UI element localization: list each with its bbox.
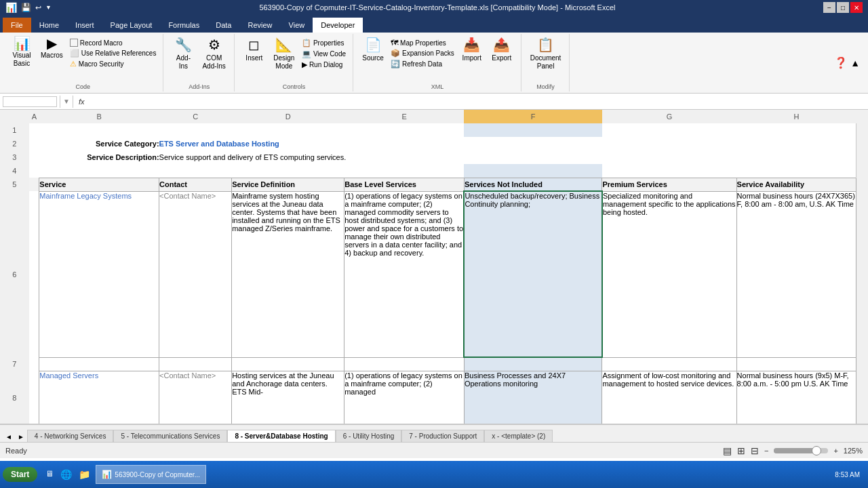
col-header-e[interactable]: E [344,110,465,123]
cell-a4[interactable] [29,164,39,178]
cell-b5-service[interactable]: Service [39,178,159,191]
cell-c2[interactable]: ETS Server and Database Hosting [159,137,856,150]
sheet-tab-production[interactable]: 7 - Production Support [401,430,484,442]
cell-d1[interactable] [232,123,344,137]
cell-d4[interactable] [232,164,344,178]
visual-basic-button[interactable]: 📊 VisualBasic [8,35,35,69]
map-properties-button[interactable]: 🗺 Map Properties [389,38,456,47]
cell-a3[interactable] [29,150,39,164]
cell-g5-premium[interactable]: Premium Services [602,178,736,191]
taskbar-show-desktop[interactable]: 🖥 [43,468,56,481]
cell-h1[interactable] [736,123,856,137]
cell-b4[interactable] [39,164,159,178]
cell-e6-base[interactable]: (1) operations of legacy systems on a ma… [344,191,465,357]
cell-b2[interactable]: Service Category: [39,137,159,150]
col-header-h[interactable]: H [736,110,856,123]
cell-f1[interactable] [464,123,602,137]
cell-h5-avail[interactable]: Service Availability [736,178,856,191]
cell-b6-service[interactable]: Mainframe Legacy Systems [39,191,159,357]
cell-a5[interactable] [29,178,39,191]
cell-g6-premium[interactable]: Specialized monitoring and management sp… [602,191,736,357]
close-button[interactable]: ✕ [850,2,863,13]
tab-view[interactable]: View [281,18,313,33]
col-header-f[interactable]: F [464,110,602,123]
expansion-packs-button[interactable]: 📦 Expansion Packs [389,48,456,58]
taskbar-folder-icon[interactable]: 📁 [76,468,93,481]
sheet-tab-nav-prev[interactable]: ◄ [3,432,15,442]
cell-c3[interactable]: Service support and delivery of ETS comp… [159,150,856,164]
cell-a1[interactable] [29,123,39,137]
quick-access-save[interactable]: 💾 [21,3,31,12]
cell-a8[interactable] [29,371,39,424]
sheet-tab-networking[interactable]: 4 - Networking Services [27,430,114,442]
sheet-tab-nav-next[interactable]: ► [15,432,27,442]
cell-c1[interactable] [159,123,232,137]
zoom-handle[interactable] [812,446,821,455]
cell-d7[interactable] [232,357,344,371]
cell-f7[interactable] [464,357,602,371]
taskbar-ie-icon[interactable]: 🌐 [58,468,75,481]
view-page-break-icon[interactable]: ⊟ [751,445,759,456]
cell-b3[interactable]: Service Description: [39,150,159,164]
col-header-g[interactable]: G [602,110,736,123]
cell-g4[interactable] [602,164,736,178]
cell-e5-base[interactable]: Base Level Services [344,178,465,191]
cell-b1[interactable] [39,123,159,137]
cell-a6[interactable] [29,191,39,357]
cell-a2[interactable] [29,137,39,150]
tab-file[interactable]: File [3,18,31,33]
quick-access-dropdown[interactable]: ▼ [45,4,52,11]
tab-review[interactable]: Review [239,18,280,33]
cell-d6-def[interactable]: Mainframe system hosting services at the… [232,191,344,357]
sheet-tab-template[interactable]: x - <template> (2) [484,430,553,442]
insert-control-button[interactable]: ◻ Insert [241,35,268,63]
ribbon-minimize-icon[interactable]: ▲ [850,58,860,68]
relative-references-button[interactable]: ⬜ Use Relative References [68,48,158,58]
cell-e7[interactable] [344,357,465,371]
cell-g8-premium[interactable]: Assignment of low-cost monitoring and ma… [602,371,736,424]
cell-g1[interactable] [602,123,736,137]
cell-h6-avail[interactable]: Normal business hours (24X7X365) F, 8:00… [736,191,856,357]
document-panel-button[interactable]: 📋 DocumentPanel [528,35,564,72]
taskbar-excel-item[interactable]: 📊 563900-Copy of Copmuter... [96,465,206,484]
formula-expand-button[interactable]: ▼ [63,98,70,105]
cell-reference-box[interactable]: F7 [3,96,57,107]
cell-c4[interactable] [159,164,232,178]
cell-f6-notincl[interactable]: Unscheduled backup/recovery; Business Co… [464,191,602,357]
minimize-button[interactable]: − [823,2,835,13]
macro-security-button[interactable]: ⚠ Macro Security [68,59,158,69]
tab-developer[interactable]: Developer [313,18,363,33]
tab-data[interactable]: Data [208,18,239,33]
cell-c7[interactable] [159,357,232,371]
export-button[interactable]: 📤 Export [488,35,515,63]
record-macro-button[interactable]: Record Macro [68,38,158,47]
macros-button[interactable]: ▶ Macros [38,35,66,60]
cell-e4[interactable] [344,164,465,178]
com-add-ins-button[interactable]: ⚙ COMAdd-Ins [199,35,228,72]
help-icon[interactable]: ❓ [834,56,848,69]
quick-access-undo[interactable]: ↩ [35,3,41,12]
cell-a7[interactable] [29,357,39,371]
zoom-in-btn[interactable]: + [833,447,837,455]
cell-d5-def[interactable]: Service Definition [232,178,344,191]
view-code-button[interactable]: 💻 View Code [300,49,347,59]
cell-h8-avail[interactable]: Normal business hours (9x5) M-F, 8:00 a.… [736,371,856,424]
cell-c6-contact[interactable]: <Contact Name> [159,191,232,357]
cell-c8-contact[interactable]: <Contact Name> [159,371,232,424]
cell-f4[interactable] [464,164,602,178]
tab-formulas[interactable]: Formulas [160,18,208,33]
col-header-d[interactable]: D [232,110,344,123]
add-ins-button[interactable]: 🔧 Add-Ins [170,35,197,72]
cell-b8-service[interactable]: Managed Servers [39,371,159,424]
source-button[interactable]: 📄 Source [359,35,387,63]
sheet-tab-server-db[interactable]: 8 - Server&Database Hosting [227,430,335,442]
cell-b7[interactable] [39,357,159,371]
cell-d8-def[interactable]: Hosting services at the Juneau and Ancho… [232,371,344,424]
refresh-data-button[interactable]: 🔄 Refresh Data [389,59,456,69]
cell-h7[interactable] [736,357,856,371]
view-layout-icon[interactable]: ⊞ [737,445,745,456]
import-button[interactable]: 📥 Import [458,35,486,63]
run-dialog-button[interactable]: ▶ Run Dialog [300,60,347,70]
formula-input[interactable]: Unscheduled backup/recovery; Business Co… [90,97,865,106]
cell-f8-notincl[interactable]: Business Processes and 24X7 Operations m… [464,371,602,424]
